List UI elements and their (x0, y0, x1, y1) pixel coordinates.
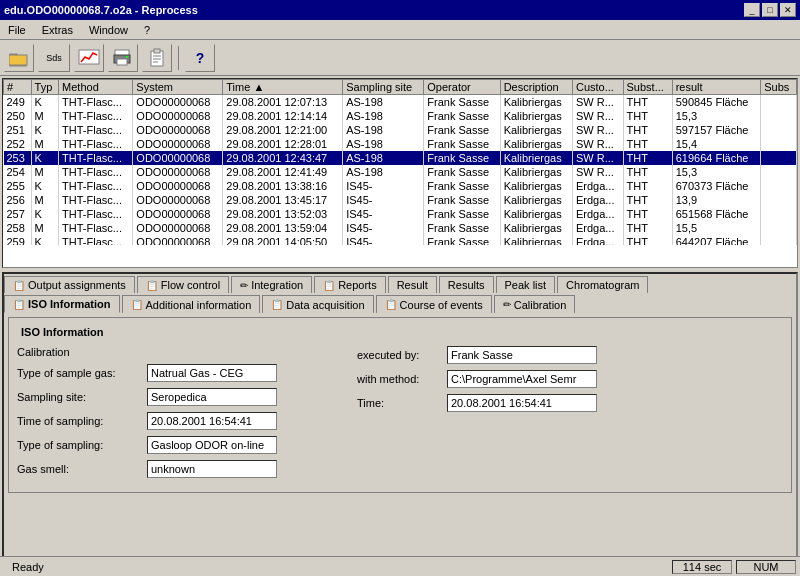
menu-help[interactable]: ? (140, 23, 154, 37)
main-area: # Typ Method System Time ▲ Sampling site… (0, 76, 800, 576)
table-cell: THT-Flasc... (59, 165, 133, 179)
col-header-operator[interactable]: Operator (424, 80, 500, 95)
title-bar: edu.ODO00000068.7.o2a - Reprocess _ □ ✕ (0, 0, 800, 20)
tab-additional-info[interactable]: 📋 Additional information (122, 295, 261, 313)
type-gas-input[interactable] (147, 364, 277, 382)
col-header-custo[interactable]: Custo... (572, 80, 623, 95)
col-header-description[interactable]: Description (500, 80, 572, 95)
table-row[interactable]: 250MTHT-Flasc...ODO0000006829.08.2001 12… (4, 109, 797, 123)
col-header-result[interactable]: result (672, 80, 761, 95)
col-header-num[interactable]: # (4, 80, 32, 95)
menu-extras[interactable]: Extras (38, 23, 77, 37)
col-header-method[interactable]: Method (59, 80, 133, 95)
toolbar-separator (178, 46, 179, 70)
data-table-container: # Typ Method System Time ▲ Sampling site… (2, 78, 798, 268)
menu-window[interactable]: Window (85, 23, 132, 37)
table-row[interactable]: 259KTHT-Flasc...ODO0000006829.08.2001 14… (4, 235, 797, 245)
tab-reports[interactable]: 📋 Reports (314, 276, 386, 293)
table-row[interactable]: 251KTHT-Flasc...ODO0000006829.08.2001 12… (4, 123, 797, 137)
table-row[interactable]: 254MTHT-Flasc...ODO0000006829.08.2001 12… (4, 165, 797, 179)
table-cell: M (31, 165, 58, 179)
tab-results-label: Results (448, 279, 485, 291)
tab-output-assignments[interactable]: 📋 Output assignments (4, 276, 135, 293)
time-sampling-input[interactable] (147, 412, 277, 430)
tab-output-icon: 📋 (13, 280, 25, 291)
table-scroll[interactable]: # Typ Method System Time ▲ Sampling site… (3, 79, 797, 245)
col-header-sampling[interactable]: Sampling site (343, 80, 424, 95)
maximize-button[interactable]: □ (762, 3, 778, 17)
table-cell: AS-198 (343, 109, 424, 123)
time-input[interactable] (447, 394, 597, 412)
table-row[interactable]: 252MTHT-Flasc...ODO0000006829.08.2001 12… (4, 137, 797, 151)
table-cell (761, 151, 797, 165)
gas-smell-label: Gas smell: (17, 463, 147, 475)
tab-calibration[interactable]: ✏ Calibration (494, 295, 576, 313)
sampling-site-input[interactable] (147, 388, 277, 406)
table-row[interactable]: 256MTHT-Flasc...ODO0000006829.08.2001 13… (4, 193, 797, 207)
open-button[interactable] (4, 44, 34, 72)
table-cell: M (31, 193, 58, 207)
with-method-input[interactable] (447, 370, 597, 388)
tab-result[interactable]: Result (388, 276, 437, 293)
col-header-time[interactable]: Time ▲ (223, 80, 343, 95)
table-cell: 251 (4, 123, 32, 137)
with-method-row: with method: (357, 370, 597, 388)
sds-button[interactable]: Sds (38, 44, 70, 72)
tab-results[interactable]: Results (439, 276, 494, 293)
iso-left-column: Calibration Type of sample gas: Sampling… (17, 346, 277, 484)
chart-button[interactable] (74, 44, 104, 72)
table-row[interactable]: 255KTHT-Flasc...ODO0000006829.08.2001 13… (4, 179, 797, 193)
type-sampling-input[interactable] (147, 436, 277, 454)
col-header-subs[interactable]: Subs (761, 80, 797, 95)
gas-smell-input[interactable] (147, 460, 277, 478)
table-cell: Kalibriergas (500, 207, 572, 221)
table-cell: THT (623, 137, 672, 151)
executed-by-input[interactable] (447, 346, 597, 364)
table-cell: K (31, 235, 58, 245)
table-row[interactable]: 249KTHT-Flasc...ODO0000006829.08.2001 12… (4, 95, 797, 110)
table-row[interactable]: 257KTHT-Flasc...ODO0000006829.08.2001 13… (4, 207, 797, 221)
table-cell: K (31, 123, 58, 137)
tab-data-acquisition[interactable]: 📋 Data acquisition (262, 295, 373, 313)
tab-flow-control[interactable]: 📋 Flow control (137, 276, 229, 293)
table-row[interactable]: 253KTHT-Flasc...ODO0000006829.08.2001 12… (4, 151, 797, 165)
col-header-system[interactable]: System (133, 80, 223, 95)
table-row[interactable]: 258MTHT-Flasc...ODO0000006829.08.2001 13… (4, 221, 797, 235)
table-cell (761, 95, 797, 110)
table-cell: Erdga... (572, 235, 623, 245)
tab-result-label: Result (397, 279, 428, 291)
table-cell: AS-198 (343, 95, 424, 110)
iso-right-column: executed by: with method: Time: (357, 346, 597, 484)
tab-iso-information[interactable]: 📋 ISO Information (4, 295, 120, 313)
print-button[interactable] (108, 44, 138, 72)
table-cell: 15,5 (672, 221, 761, 235)
tab-iso-label: ISO Information (28, 298, 111, 310)
tab-chromatogram[interactable]: Chromatogram (557, 276, 648, 293)
svg-rect-7 (126, 56, 128, 58)
clipboard-button[interactable] (142, 44, 172, 72)
help-button[interactable]: ? (185, 44, 215, 72)
table-cell: Kalibriergas (500, 109, 572, 123)
tab-reports-icon: 📋 (323, 280, 335, 291)
tab-data-acq-label: Data acquisition (286, 299, 364, 311)
table-cell: Frank Sasse (424, 235, 500, 245)
table-cell: Kalibriergas (500, 123, 572, 137)
executed-by-row: executed by: (357, 346, 597, 364)
table-cell: THT-Flasc... (59, 137, 133, 151)
table-cell: ODO00000068 (133, 193, 223, 207)
table-cell: THT (623, 179, 672, 193)
table-cell: 590845 Fläche (672, 95, 761, 110)
tab-course-events[interactable]: 📋 Course of events (376, 295, 492, 313)
col-header-typ[interactable]: Typ (31, 80, 58, 95)
menu-file[interactable]: File (4, 23, 30, 37)
iso-group-title: ISO Information (17, 326, 108, 338)
tab-integration-label: Integration (251, 279, 303, 291)
window-controls[interactable]: _ □ ✕ (744, 3, 796, 17)
tab-peak-list[interactable]: Peak list (496, 276, 556, 293)
table-cell: THT (623, 207, 672, 221)
minimize-button[interactable]: _ (744, 3, 760, 17)
tab-flow-label: Flow control (161, 279, 220, 291)
close-button[interactable]: ✕ (780, 3, 796, 17)
col-header-subst[interactable]: Subst... (623, 80, 672, 95)
tab-integration[interactable]: ✏ Integration (231, 276, 312, 293)
